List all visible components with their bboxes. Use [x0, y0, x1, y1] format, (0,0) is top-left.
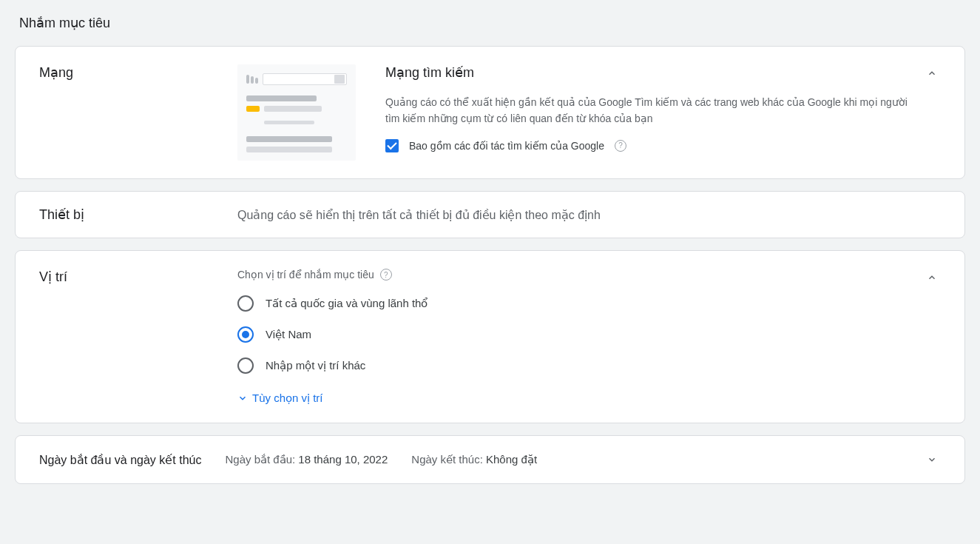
search-network-description: Quảng cáo có thể xuất hiện gần kết quả c… [385, 94, 923, 127]
radio-button[interactable] [237, 295, 254, 312]
radio-button[interactable] [237, 357, 254, 374]
chevron-down-icon [237, 393, 248, 403]
chevron-up-icon[interactable] [923, 64, 941, 82]
location-options-expand[interactable]: Tùy chọn vị trí [237, 392, 923, 405]
networks-label: Mạng [39, 64, 237, 81]
search-partners-checkbox[interactable] [385, 139, 399, 152]
locations-card: Vị trí Chọn vị trí để nhắm mục tiêu ? Tấ… [15, 250, 965, 423]
radio-label: Nhập một vị trí khác [266, 359, 365, 372]
section-title: Nhắm mục tiêu [19, 15, 965, 31]
locations-subtitle: Chọn vị trí để nhắm mục tiêu [237, 269, 374, 281]
start-date-key: Ngày bắt đầu: [225, 453, 298, 466]
chevron-down-icon[interactable] [923, 451, 941, 469]
search-network-illustration [237, 64, 356, 161]
chevron-up-icon[interactable] [923, 269, 941, 286]
locations-label: Vị trí [39, 269, 237, 285]
dates-card[interactable]: Ngày bắt đầu và ngày kết thúc Ngày bắt đ… [15, 435, 965, 484]
end-date-key: Ngày kết thúc: [411, 453, 486, 466]
end-date-value: Không đặt [486, 453, 537, 466]
help-icon[interactable]: ? [380, 269, 392, 281]
radio-label: Tất cả quốc gia và vùng lãnh thổ [266, 297, 428, 310]
devices-card[interactable]: Thiết bị Quảng cáo sẽ hiển thị trên tất … [15, 191, 965, 238]
dates-label: Ngày bắt đầu và ngày kết thúc [39, 453, 201, 467]
radio-button[interactable] [237, 326, 254, 343]
location-radio-group: Tất cả quốc gia và vùng lãnh thổ Việt Na… [237, 295, 923, 374]
location-option-all[interactable]: Tất cả quốc gia và vùng lãnh thổ [237, 295, 923, 312]
search-network-title: Mạng tìm kiếm [385, 64, 923, 81]
start-date-value: 18 tháng 10, 2022 [298, 453, 388, 466]
location-option-vietnam[interactable]: Việt Nam [237, 326, 923, 343]
networks-card: Mạng [15, 46, 965, 179]
radio-label: Việt Nam [266, 328, 311, 341]
search-partners-label: Bao gồm các đối tác tìm kiếm của Google [409, 140, 604, 152]
help-icon[interactable]: ? [615, 140, 626, 152]
devices-summary-text: Quảng cáo sẽ hiển thị trên tất cả thiết … [237, 208, 601, 222]
devices-label: Thiết bị [39, 206, 237, 223]
location-option-other[interactable]: Nhập một vị trí khác [237, 357, 923, 374]
location-options-link-text: Tùy chọn vị trí [252, 392, 323, 405]
